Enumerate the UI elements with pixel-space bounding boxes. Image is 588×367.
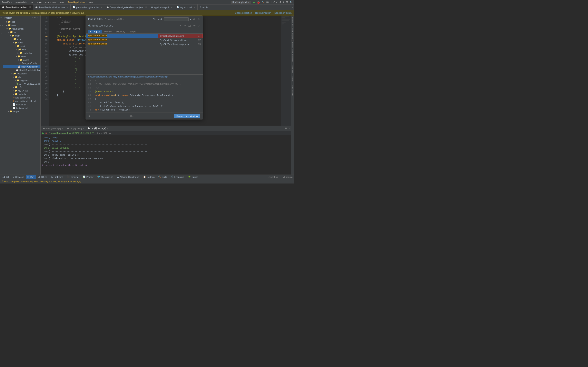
find-result-2[interactable]: @PostConstruct (86, 38, 158, 42)
tree-item-app-druid[interactable]: ⚙ application-druid.yml (3, 99, 40, 103)
branch-name[interactable]: master (286, 176, 293, 178)
toolbar-codeup[interactable]: 📋 Codeup (141, 175, 156, 179)
tree-item-i18n[interactable]: ▶ 📁 i18n (3, 85, 40, 89)
tree-item-controller[interactable]: ▶ 📁 controller (3, 51, 40, 55)
tree-item-meta-inf[interactable]: ▶ 📁 META-INF (3, 89, 40, 92)
sidebar-settings[interactable]: ⚙ (34, 16, 36, 19)
tree-item-mybatis[interactable]: ▶ 📁 mybatis (3, 92, 40, 96)
toolbar-terminal[interactable]: ⬛ Terminal (65, 175, 81, 179)
tab-pom[interactable]: 📄 pom.xml (ruoyi-admin) ✕ (71, 4, 104, 10)
toolbar-run[interactable]: ▶ Run (26, 175, 36, 179)
tree-item-db[interactable]: ▼ 📁 db (3, 75, 40, 79)
tree-item-src[interactable]: ▼ 📁 src (3, 30, 40, 34)
breadcrumb-ruoyivue[interactable]: RuoYi-Vue (2, 1, 12, 3)
tree-item-target[interactable]: ▶ 📁 target (3, 110, 40, 113)
side-panel-database[interactable]: Database (291, 63, 294, 75)
tab-logback[interactable]: 📄 logback.xml ✕ (174, 4, 198, 10)
find-input[interactable] (93, 25, 178, 27)
expand-icon[interactable]: ⊡ (286, 1, 288, 3)
tab-overflow[interactable]: ▾ (290, 4, 294, 10)
tree-item-sql[interactable]: 🗄 V1__ry_20210210.sql (3, 82, 40, 85)
toolbar-services[interactable]: ⚙ Services (11, 175, 26, 179)
toolbar-git[interactable]: ⎇ Git (1, 175, 10, 179)
tab-applicationyml[interactable]: ⚙ application.yml ✕ (149, 4, 174, 10)
breadcrumb-main[interactable]: main (37, 1, 42, 3)
file-result-sysjob[interactable]: SysJobServiceImpl.java 37 (158, 34, 203, 38)
search-history-icon[interactable]: ↺ (183, 24, 187, 27)
toolbar-spring[interactable]: 🍀 Spring (186, 175, 200, 179)
tree-item-ruoyi2[interactable]: ▼ 📁 ruoyi (3, 44, 40, 48)
tree-item-doc[interactable]: ▶ 📁 doc (3, 20, 40, 24)
toolbar-build[interactable]: 🔨 Build (156, 175, 168, 179)
breadcrumb-method[interactable]: main (88, 1, 93, 3)
find-tab-scope[interactable]: Scope (128, 30, 138, 33)
tree-item-main[interactable]: ▼ 📁 main (3, 34, 40, 37)
sidebar-collapse-all[interactable]: ≡ (32, 16, 33, 19)
tab-compositemigration[interactable]: ☕ CompositeMigrationResolver.java ✕ (104, 4, 149, 10)
toolbar-mybatis[interactable]: 🐦 MyBatis Log (95, 175, 115, 179)
breadcrumb-src[interactable]: src (30, 1, 34, 3)
settings-icon[interactable]: ⚙ (279, 1, 281, 3)
regex-icon[interactable]: .* (197, 24, 200, 27)
find-footer-settings-icon[interactable]: ⚙ (88, 115, 90, 117)
tree-item-app-yml[interactable]: ⚙ application.yml (3, 96, 40, 99)
side-panel-alibaba-ros[interactable]: Alibaba ROS Templates (291, 41, 294, 63)
expand-find-icon[interactable]: ⊡ (197, 17, 200, 21)
tree-item-com[interactable]: ▼ 📁 com (3, 41, 40, 44)
breadcrumb-admin[interactable]: ruoyi-admin (16, 1, 27, 3)
notification-dont-show[interactable]: Don't show again (274, 12, 292, 14)
find-result-3[interactable]: @PostConstruct (86, 42, 158, 46)
code-editor[interactable]: 910111213 1415161718 1920212223 24252627… (41, 16, 291, 125)
run-stop-button[interactable]: ■ (45, 132, 47, 134)
run-tab-1[interactable]: ▶ ruoyi [package] ✕ (42, 126, 65, 131)
toolbar-problems[interactable]: ⚠ Problems (49, 175, 65, 179)
breadcrumb-active-file[interactable]: RuoYiApplication (68, 1, 85, 3)
search-top-icon[interactable]: 🔍 (290, 1, 292, 3)
toolbar-endpoints[interactable]: 🔗 Endpoints (169, 175, 186, 179)
tree-item-ruoyi-admin[interactable]: ▼ 📁 ruoyi-admin (3, 27, 40, 30)
toolbar-alibaba[interactable]: ☁ Alibaba Cloud View (115, 175, 141, 179)
file-result-sysdict[interactable]: SysDictTypeServiceImpl.java 35 (158, 42, 203, 46)
notification-hide[interactable]: Hide notification (255, 12, 271, 14)
open-in-find-window-button[interactable]: Open in Find Window (174, 114, 200, 118)
clear-input-icon[interactable]: ✕ (179, 24, 182, 27)
tree-item-java[interactable]: ▼ 📁 java (3, 37, 40, 41)
tree-item-swaggerconfig[interactable]: © SwaggerConfig (3, 62, 40, 65)
filter-icon[interactable]: ⚙ (192, 17, 196, 21)
tab-ruoyiservletinitializer[interactable]: ☕ RuoYiServletInitializer.java ✕ (33, 4, 71, 10)
run-restart-button[interactable]: ▶ (42, 132, 44, 134)
file-result-sysconfg[interactable]: SysConfigServiceImpl.java 37 (158, 38, 203, 42)
file-mask-input[interactable] (164, 17, 189, 21)
side-panel-maven[interactable]: Maven (291, 75, 294, 84)
toolbar-profiler[interactable]: 📊 Profiler (81, 175, 95, 179)
tree-item-config[interactable]: ▼ 📁 config (3, 58, 40, 62)
file-mask-dropdown[interactable]: ▾ (190, 18, 191, 21)
event-log-label[interactable]: Event Log (268, 176, 278, 178)
tree-item-logback[interactable]: 📄 logback.xml (3, 106, 40, 110)
toolbar-todo[interactable]: ☑ TODO (36, 175, 49, 179)
find-tab-in-project[interactable]: In Project (88, 30, 102, 33)
bottom-minimize-icon[interactable]: − (288, 127, 290, 130)
debug-button[interactable]: 🐞 (257, 1, 260, 4)
whole-word-icon[interactable]: W (192, 24, 196, 27)
notification-choose-direction[interactable]: Choose direction (235, 12, 252, 14)
tree-item-migration[interactable]: ▼ 📁 migration (3, 79, 40, 82)
tree-item-resources[interactable]: ▼ 📁 resources (3, 72, 40, 75)
sidebar-close[interactable]: ✕ (37, 16, 39, 19)
run-tab-3[interactable]: ▶ ruoyi [package] ✕ (87, 126, 110, 131)
run-button[interactable]: ▶ (253, 1, 255, 4)
find-tab-module[interactable]: Module (102, 30, 113, 33)
tree-item-ruoyi[interactable]: ▶ 📁 ruoyi (3, 24, 40, 27)
side-panel-alibaba-function[interactable]: Alibaba Function Compute (291, 16, 294, 41)
tab-ruoyiapplication[interactable]: ☕ RuoYiApplication.java ✕ (0, 4, 33, 10)
tree-item-ruoyiservlet[interactable]: ☕ RuoYiServletInitializer (3, 68, 40, 72)
match-case-icon[interactable]: Aa (187, 24, 192, 27)
side-panel-restservices[interactable]: RestServices (291, 84, 294, 98)
breadcrumb-java[interactable]: java (45, 1, 49, 3)
tab-applic[interactable]: ⚙ applic... (198, 4, 213, 10)
build-button[interactable]: 🔨 (262, 1, 265, 3)
tree-item-web[interactable]: ▼ 📁 web (3, 48, 40, 51)
tree-item-banner[interactable]: 📄 banner.txt (3, 103, 40, 106)
run-config-label[interactable]: RuoYiApplication (231, 1, 251, 4)
tree-item-core[interactable]: ▶ 📁 core (3, 55, 40, 58)
